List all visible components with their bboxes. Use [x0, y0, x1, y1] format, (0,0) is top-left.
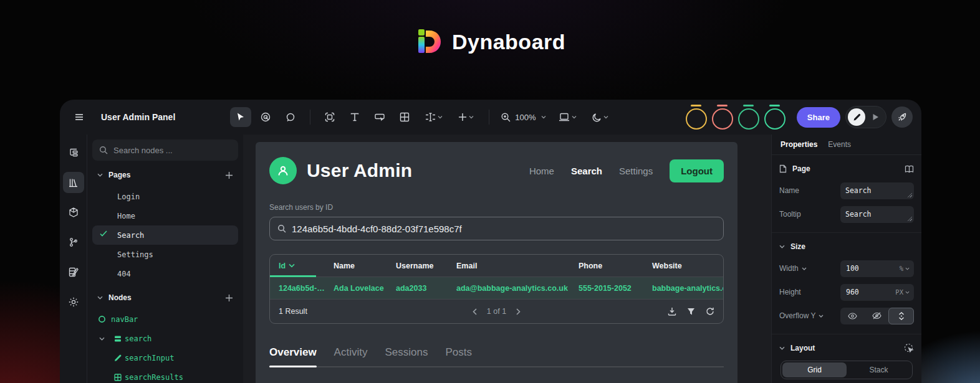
page-item-settings[interactable]: Settings: [92, 245, 238, 264]
screenshot-stage: Dynaboard User Admin Panel: [0, 0, 980, 383]
nodes-section-header[interactable]: Nodes: [92, 286, 238, 310]
zoom-control[interactable]: 100%: [498, 112, 548, 123]
page-item-404[interactable]: 404: [92, 264, 238, 283]
grid-mode-button[interactable]: Grid: [782, 362, 847, 377]
page-item-search[interactable]: Search: [92, 225, 238, 245]
next-page-button[interactable]: [516, 308, 521, 315]
user-id-search-input[interactable]: 124a6b5d-4bdd-4cf0-88d2-03f71e598c7f: [269, 217, 724, 240]
components-panel-button[interactable]: [63, 202, 84, 223]
theme-toggle-button[interactable]: [586, 107, 615, 127]
deploy-button[interactable]: [891, 106, 913, 128]
play-mode-button[interactable]: [867, 108, 884, 126]
columns-field-row: Columns 12 COL: [779, 381, 914, 383]
node-item-searchresults[interactable]: searchResults: [92, 367, 238, 383]
project-title: User Admin Panel: [101, 112, 175, 122]
collaborator-avatar[interactable]: [712, 105, 733, 130]
height-field-row: Height 960 PX: [779, 280, 914, 304]
canvas-area: User Admin Home Search Settings Logout S…: [243, 135, 771, 383]
tab-posts[interactable]: Posts: [445, 346, 472, 366]
column-header-username[interactable]: Username: [387, 262, 448, 270]
button-tool-button[interactable]: [369, 107, 390, 127]
select-element-icon[interactable]: [904, 343, 914, 353]
collaborator-avatar[interactable]: [738, 105, 759, 130]
frame-tool-button[interactable]: [319, 107, 340, 127]
column-header-phone[interactable]: Phone: [570, 262, 643, 270]
pages-section-header[interactable]: Pages: [92, 163, 238, 187]
properties-panel-tabs: Properties Events: [772, 135, 921, 155]
table-footer: 1 Result 1 of 1: [270, 300, 723, 323]
tab-events[interactable]: Events: [828, 140, 851, 149]
logout-button[interactable]: Logout: [670, 159, 724, 182]
node-item-search[interactable]: search: [92, 329, 238, 348]
overflow-visible-option[interactable]: [840, 308, 865, 324]
chevron-down-icon[interactable]: [779, 346, 785, 350]
search-nodes-input[interactable]: Search nodes ...: [92, 139, 238, 161]
add-page-button[interactable]: [225, 171, 233, 179]
share-button[interactable]: Share: [797, 107, 840, 128]
column-header-website[interactable]: Website: [643, 262, 723, 270]
page-item-home[interactable]: Home: [92, 206, 238, 225]
select-tool-button[interactable]: [230, 107, 251, 127]
tab-activity[interactable]: Activity: [334, 346, 368, 366]
toolbar-right: Share: [686, 105, 913, 130]
collaborator-avatar[interactable]: [686, 105, 707, 130]
filter-button[interactable]: [687, 308, 695, 316]
tab-sessions[interactable]: Sessions: [385, 346, 428, 366]
tab-overview[interactable]: Overview: [269, 346, 317, 366]
chevron-down-icon: [469, 115, 474, 119]
page-item-login[interactable]: Login: [92, 187, 238, 206]
device-preview-button[interactable]: [552, 107, 582, 127]
refresh-button[interactable]: [706, 307, 714, 316]
node-item-searchinput[interactable]: searchInput: [92, 348, 238, 367]
docs-book-icon[interactable]: [905, 165, 914, 173]
interact-tool-button[interactable]: [255, 107, 276, 127]
tab-properties[interactable]: Properties: [781, 140, 817, 149]
brand-name: Dynaboard: [452, 30, 565, 54]
name-input[interactable]: Search: [840, 182, 914, 199]
chevron-down-icon[interactable]: [779, 245, 785, 248]
column-header-email[interactable]: Email: [448, 262, 570, 270]
hamburger-menu-button[interactable]: [69, 107, 90, 127]
nav-link-settings[interactable]: Settings: [619, 166, 653, 176]
settings-button[interactable]: [63, 291, 84, 313]
prev-page-button[interactable]: [473, 308, 477, 315]
height-input[interactable]: 960 PX: [840, 284, 914, 301]
comment-tool-button[interactable]: [280, 107, 301, 127]
search-nodes-placeholder: Search nodes ...: [113, 146, 173, 155]
collaborator-avatar[interactable]: [764, 105, 785, 130]
chevron-down-icon: [97, 173, 103, 177]
table-tool-button[interactable]: [394, 107, 415, 127]
node-item-navbar[interactable]: navBar: [92, 310, 238, 329]
text-tool-button[interactable]: [344, 107, 365, 127]
pencil-node-icon: [111, 354, 125, 362]
data-panel-button[interactable]: [63, 232, 84, 253]
nav-link-search[interactable]: Search: [571, 166, 602, 176]
preview-nav: Home Search Settings Logout: [529, 159, 724, 182]
column-header-name[interactable]: Name: [325, 262, 387, 270]
width-input[interactable]: 100 %: [840, 260, 914, 277]
overflow-hidden-option[interactable]: [865, 308, 889, 324]
add-node-button[interactable]: [225, 294, 233, 302]
add-node-button[interactable]: [451, 107, 480, 127]
chevron-down-icon: [97, 296, 103, 300]
edit-mode-button[interactable]: [848, 108, 865, 126]
download-button[interactable]: [668, 307, 676, 316]
tooltip-input[interactable]: Search: [840, 206, 914, 223]
overflow-scroll-option[interactable]: [888, 308, 914, 324]
input-tool-button[interactable]: [419, 107, 448, 127]
chevron-down-icon: [92, 337, 111, 341]
sorted-column-indicator: [270, 275, 316, 277]
chevron-down-icon: [603, 115, 608, 119]
name-label: Name: [779, 186, 840, 195]
pages-panel-button[interactable]: [63, 172, 84, 193]
stack-mode-button[interactable]: Stack: [847, 362, 911, 377]
chevron-down-icon: [541, 115, 546, 119]
column-header-id[interactable]: Id: [270, 262, 325, 270]
design-panel-button[interactable]: [63, 262, 84, 283]
properties-panel: Properties Events Page Name S: [771, 135, 921, 383]
outline-tree-button[interactable]: [63, 142, 84, 163]
table-row[interactable]: 124a6b5d-… Ada Lovelace ada2033 ada@babb…: [270, 277, 723, 300]
preview-header: User Admin Home Search Settings Logout: [269, 157, 724, 184]
nav-link-home[interactable]: Home: [529, 166, 554, 176]
presence-indicator: [743, 105, 754, 106]
